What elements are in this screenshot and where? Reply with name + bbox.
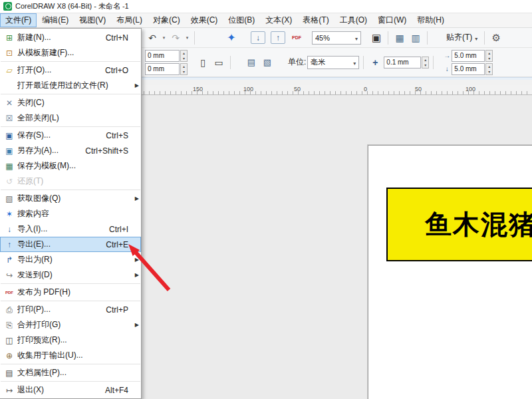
current-page-icon[interactable] bbox=[260, 55, 275, 70]
menu-bar: 文件(F)编辑(E)视图(V)布局(L)对象(C)效果(C)位图(B)文本(X)… bbox=[0, 13, 532, 28]
print-preview-icon: ◫ bbox=[1, 336, 17, 345]
snap-to-dropdown[interactable]: 贴齐(T) bbox=[444, 31, 480, 45]
duplicate-y-stepper[interactable] bbox=[485, 63, 493, 75]
file-menu-item-revert: ↺还原(T) bbox=[0, 174, 141, 189]
file-menu-item-label: 打印(P)... bbox=[17, 304, 106, 315]
menubar-item-tools[interactable]: 工具(O) bbox=[334, 13, 372, 27]
portrait-orientation-icon[interactable] bbox=[196, 55, 210, 70]
options-gear-icon[interactable] bbox=[489, 31, 503, 45]
menu-separator bbox=[1, 283, 140, 284]
file-menu-item-save-as[interactable]: ▣另存为(A)...Ctrl+Shift+S bbox=[0, 143, 141, 158]
file-menu-item-publish-pdf[interactable]: PDF发布为 PDF(H) bbox=[0, 285, 141, 300]
menubar-item-object[interactable]: 对象(C) bbox=[148, 13, 186, 27]
zoom-level-combo[interactable]: 45% bbox=[312, 31, 361, 45]
export-icon[interactable] bbox=[271, 31, 285, 44]
nudge-distance-stepper[interactable] bbox=[422, 57, 429, 68]
menu-separator bbox=[1, 126, 140, 127]
landscape-orientation-icon[interactable] bbox=[211, 55, 226, 70]
duplicate-y-icon bbox=[443, 65, 451, 74]
file-menu-item-acquire-image[interactable]: ▧获取图像(Q)▶ bbox=[0, 191, 141, 206]
toolbar-separator bbox=[427, 31, 428, 45]
save-icon: ▣ bbox=[1, 131, 17, 140]
file-menu-item-label: 发送到(D) bbox=[17, 269, 128, 281]
file-menu-item-new[interactable]: ⊞新建(N)...Ctrl+N bbox=[0, 30, 141, 45]
page-height-field[interactable]: 0 mm bbox=[145, 63, 180, 75]
file-menu-item-label: 导入(I)... bbox=[17, 223, 109, 235]
close-all-icon: ☒ bbox=[1, 114, 17, 123]
units-dropdown-arrow-icon bbox=[353, 59, 356, 66]
file-menu-dropdown: ⊞新建(N)...Ctrl+N⊡从模板新建(F)...▱打开(O)...Ctrl… bbox=[0, 28, 142, 399]
file-menu-item-document-properties[interactable]: ▤文档属性(P)... bbox=[0, 365, 141, 380]
undo-icon[interactable] bbox=[145, 31, 160, 45]
file-menu-item-label: 文档属性(P)... bbox=[17, 367, 128, 378]
file-menu-item-print-preview[interactable]: ◫打印预览(R)... bbox=[0, 332, 141, 348]
menubar-item-window[interactable]: 窗口(W) bbox=[372, 13, 412, 27]
revert-icon: ↺ bbox=[1, 177, 17, 186]
import-icon[interactable] bbox=[251, 31, 265, 44]
nudge-distance-icon bbox=[368, 55, 382, 70]
redo-dropdown-arrow-icon[interactable]: ▾ bbox=[184, 35, 190, 41]
redo-icon[interactable] bbox=[168, 31, 183, 45]
menubar-item-edit[interactable]: 编辑(E) bbox=[37, 13, 74, 27]
menubar-item-help[interactable]: 帮助(H) bbox=[412, 13, 450, 27]
page-width-field[interactable]: 0 mm bbox=[145, 50, 180, 62]
zoom-level-value: 45% bbox=[315, 34, 330, 42]
file-menu-item-label: 合并打印(G) bbox=[17, 319, 128, 331]
export-as-icon: ↱ bbox=[1, 255, 17, 265]
menubar-item-layout[interactable]: 布局(L) bbox=[111, 13, 148, 27]
document-properties-icon: ▤ bbox=[1, 368, 17, 378]
file-menu-item-label: 发布为 PDF(H) bbox=[17, 287, 128, 298]
units-combo[interactable]: 毫米 bbox=[307, 56, 359, 69]
file-menu-item-import[interactable]: ↓导入(I)...Ctrl+I bbox=[0, 221, 141, 237]
duplicate-x-icon bbox=[443, 51, 451, 61]
file-menu-item-label: 另存为(A)... bbox=[17, 145, 85, 156]
menubar-item-effects[interactable]: 效果(C) bbox=[186, 13, 223, 27]
units-label: 单位: bbox=[288, 57, 306, 68]
page-width-stepper[interactable] bbox=[180, 50, 188, 62]
duplicate-x-stepper[interactable] bbox=[485, 50, 493, 62]
file-menu-item-label: 还原(T) bbox=[17, 176, 128, 187]
duplicate-y-field[interactable]: 5.0 mm bbox=[452, 63, 485, 75]
file-menu-item-close[interactable]: ✕关闭(C) bbox=[0, 95, 141, 110]
file-menu-item-collect-for-output[interactable]: ⊕收集用于输出(U)... bbox=[0, 348, 141, 363]
nudge-distance-field[interactable]: 0.1 mm bbox=[384, 57, 421, 68]
file-menu-item-shortcut: Ctrl+I bbox=[109, 225, 132, 234]
show-grid-icon[interactable] bbox=[408, 31, 423, 45]
publish-pdf-icon[interactable] bbox=[289, 31, 304, 45]
page-height-stepper[interactable] bbox=[180, 63, 188, 75]
file-menu-item-print[interactable]: ⎙打印(P)...Ctrl+P bbox=[0, 302, 141, 317]
file-menu-item-export[interactable]: ↑导出(E)...Ctrl+E bbox=[0, 237, 141, 252]
file-menu-item-label: 保存为模板(M)... bbox=[17, 160, 128, 172]
fullscreen-preview-icon[interactable] bbox=[369, 31, 384, 45]
file-menu-item-open[interactable]: ▱打开(O)...Ctrl+O bbox=[0, 63, 141, 78]
file-menu-item-save[interactable]: ▣保存(S)...Ctrl+S bbox=[0, 128, 141, 143]
snap-dropdown-arrow-icon bbox=[475, 34, 477, 42]
file-menu-item-exit[interactable]: ↦退出(X)Alt+F4 bbox=[0, 382, 141, 398]
menubar-item-text[interactable]: 文本(X) bbox=[260, 13, 297, 27]
search-content-icon[interactable] bbox=[224, 31, 239, 45]
menubar-item-table[interactable]: 表格(T) bbox=[297, 13, 334, 27]
yellow-rectangle-shape[interactable]: 鱼木混猪 bbox=[386, 188, 532, 261]
duplicate-x-field[interactable]: 5.0 mm bbox=[452, 50, 485, 62]
all-pages-icon[interactable] bbox=[244, 55, 259, 70]
exit-icon: ↦ bbox=[1, 386, 17, 395]
file-menu-item-label: 导出(E)... bbox=[17, 239, 106, 250]
file-menu-item-close-all[interactable]: ☒全部关闭(L) bbox=[0, 110, 141, 126]
undo-dropdown-arrow-icon[interactable]: ▾ bbox=[161, 35, 167, 41]
submenu-arrow-icon: ▶ bbox=[132, 257, 139, 263]
ruler-label: 50 bbox=[415, 86, 422, 92]
file-menu-item-export-as[interactable]: ↱导出为(R)▶ bbox=[0, 252, 141, 267]
menubar-item-file[interactable]: 文件(F) bbox=[0, 13, 37, 27]
file-menu-item-send-to[interactable]: ↪发送到(D)▶ bbox=[0, 267, 141, 283]
show-rulers-icon[interactable] bbox=[392, 31, 407, 45]
new-from-template-icon: ⊡ bbox=[1, 49, 17, 58]
file-menu-item-open-recent[interactable]: 打开最近使用过的文件(R)▶ bbox=[0, 78, 141, 93]
file-menu-item-search-content[interactable]: ✶搜索内容 bbox=[0, 206, 141, 221]
file-menu-item-merge-print[interactable]: ⎘合并打印(G)▶ bbox=[0, 317, 141, 332]
file-menu-item-save-as-template[interactable]: ▦保存为模板(M)... bbox=[0, 158, 141, 174]
menubar-item-view[interactable]: 视图(V) bbox=[74, 13, 111, 27]
menubar-item-bitmaps[interactable]: 位图(B) bbox=[223, 13, 260, 27]
shape-text: 鱼木混猪 bbox=[388, 206, 532, 243]
property-bar-content: 0 mm 0 mm 单位: 毫米 0.1 mm bbox=[145, 48, 532, 76]
file-menu-item-new-from-template[interactable]: ⊡从模板新建(F)... bbox=[0, 45, 141, 61]
